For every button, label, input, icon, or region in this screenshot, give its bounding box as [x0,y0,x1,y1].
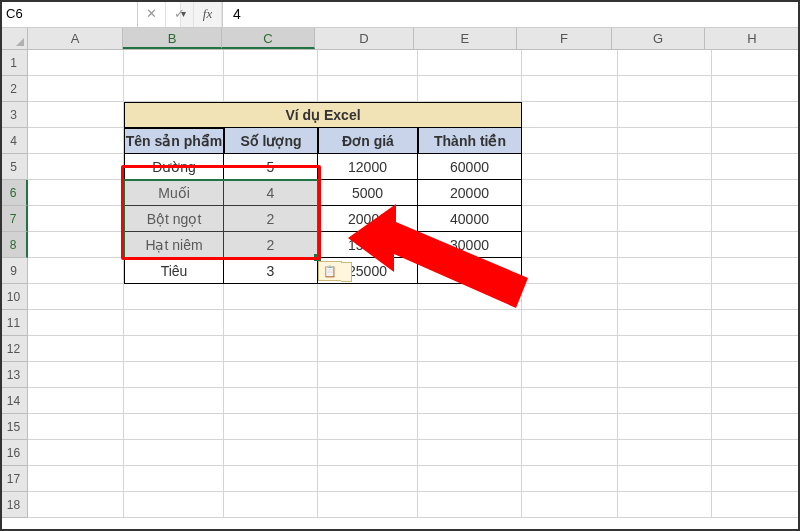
cell-B6[interactable]: Muối [124,180,224,206]
col-header-H[interactable]: H [705,28,800,49]
cell-D12[interactable] [318,336,418,362]
cell-E7[interactable]: 40000 [418,206,522,232]
cell-G9[interactable] [618,258,712,284]
cell-B14[interactable] [124,388,224,414]
cell-A5[interactable] [28,154,124,180]
cell-E9[interactable]: 75000 [418,258,522,284]
cell-G8[interactable] [618,232,712,258]
row-header-17[interactable]: 17 [0,466,28,492]
cell-G15[interactable] [618,414,712,440]
cell-F4[interactable] [522,128,618,154]
cell-B7[interactable]: Bột ngọt [124,206,224,232]
enter-button[interactable]: ✓ [166,0,194,27]
cell-F15[interactable] [522,414,618,440]
cell-C1[interactable] [224,50,318,76]
cell-H5[interactable] [712,154,800,180]
cell-E2[interactable] [418,76,522,102]
cell-H6[interactable] [712,180,800,206]
cell-D18[interactable] [318,492,418,518]
cell-E8[interactable]: 30000 [418,232,522,258]
cell-G3[interactable] [618,102,712,128]
cell-H2[interactable] [712,76,800,102]
row-header-13[interactable]: 13 [0,362,28,388]
cell-H1[interactable] [712,50,800,76]
formula-input[interactable] [222,0,800,27]
cell-D13[interactable] [318,362,418,388]
cell-C8[interactable]: 2 [224,232,318,258]
cell-B2[interactable] [124,76,224,102]
cell-A4[interactable] [28,128,124,154]
cell-D2[interactable] [318,76,418,102]
cell-H7[interactable] [712,206,800,232]
cell-E10[interactable] [418,284,522,310]
cell-C18[interactable] [224,492,318,518]
cell-H8[interactable] [712,232,800,258]
cell-G18[interactable] [618,492,712,518]
cell-A10[interactable] [28,284,124,310]
cell-A12[interactable] [28,336,124,362]
cell-D11[interactable] [318,310,418,336]
cell-F18[interactable] [522,492,618,518]
cell-B1[interactable] [124,50,224,76]
cell-D6[interactable]: 5000 [318,180,418,206]
cell-E1[interactable] [418,50,522,76]
cell-E13[interactable] [418,362,522,388]
cell-H13[interactable] [712,362,800,388]
cell-B11[interactable] [124,310,224,336]
cell-G11[interactable] [618,310,712,336]
row-header-14[interactable]: 14 [0,388,28,414]
cell-E18[interactable] [418,492,522,518]
cell-A17[interactable] [28,466,124,492]
row-header-15[interactable]: 15 [0,414,28,440]
cell-G2[interactable] [618,76,712,102]
cell-A14[interactable] [28,388,124,414]
cell-C16[interactable] [224,440,318,466]
col-header-D[interactable]: D [315,28,414,49]
cell-F16[interactable] [522,440,618,466]
cell-B9[interactable]: Tiêu [124,258,224,284]
cell-B12[interactable] [124,336,224,362]
cell-G12[interactable] [618,336,712,362]
cell-G5[interactable] [618,154,712,180]
cell-C15[interactable] [224,414,318,440]
cell-G14[interactable] [618,388,712,414]
cell-H15[interactable] [712,414,800,440]
cancel-button[interactable]: ✕ [138,0,166,27]
row-header-16[interactable]: 16 [0,440,28,466]
cell-H12[interactable] [712,336,800,362]
row-header-5[interactable]: 5 [0,154,28,180]
cell-H14[interactable] [712,388,800,414]
cell-D1[interactable] [318,50,418,76]
cell-A8[interactable] [28,232,124,258]
cell-F12[interactable] [522,336,618,362]
cell-F9[interactable] [522,258,618,284]
fx-button[interactable]: fx [194,0,222,27]
cell-H4[interactable] [712,128,800,154]
cell-D7[interactable]: 20000 [318,206,418,232]
cell-G4[interactable] [618,128,712,154]
cell-G10[interactable] [618,284,712,310]
cell-B5[interactable]: Đường [124,154,224,180]
cell-F7[interactable] [522,206,618,232]
cell-H3[interactable] [712,102,800,128]
cell-D5[interactable]: 12000 [318,154,418,180]
row-header-11[interactable]: 11 [0,310,28,336]
col-header-C[interactable]: C [222,28,315,49]
row-header-4[interactable]: 4 [0,128,28,154]
cell-B16[interactable] [124,440,224,466]
cell-C6[interactable]: 4 [224,180,318,206]
cell-A2[interactable] [28,76,124,102]
row-header-9[interactable]: 9 [0,258,28,284]
cell-F17[interactable] [522,466,618,492]
cell-F2[interactable] [522,76,618,102]
cell-F3[interactable] [522,102,618,128]
cell-G1[interactable] [618,50,712,76]
row-header-1[interactable]: 1 [0,50,28,76]
cell-C17[interactable] [224,466,318,492]
cell-H18[interactable] [712,492,800,518]
cell-H16[interactable] [712,440,800,466]
row-header-8[interactable]: 8 [0,232,28,258]
cell-D8[interactable]: 15000 [318,232,418,258]
cell-E15[interactable] [418,414,522,440]
col-header-G[interactable]: G [612,28,705,49]
